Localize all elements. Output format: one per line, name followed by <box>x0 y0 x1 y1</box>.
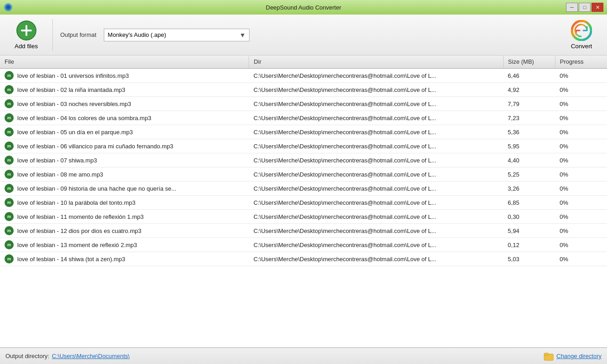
file-cell: m love of lesbian - 05 un día en el parq… <box>0 125 249 139</box>
mp3-icon: m <box>5 198 14 207</box>
table-row[interactable]: m love of lesbian - 01 universos infinit… <box>0 68 607 83</box>
file-name: love of lesbian - 06 villancico para mi … <box>17 143 173 150</box>
dir-cell: C:\Users\Merche\Desktop\merchecontreras@… <box>249 139 503 153</box>
mp3-icon: m <box>5 71 14 80</box>
progress-cell: 0% <box>555 97 607 111</box>
file-cell: m love of lesbian - 09 historia de una h… <box>0 182 249 196</box>
titlebar-controls: ─ □ ✕ <box>566 3 603 12</box>
table-row[interactable]: m love of lesbian - 12 dios por dios es … <box>0 224 607 238</box>
column-header-file: File <box>0 56 249 68</box>
column-header-size: Size (MB) <box>503 56 555 68</box>
dir-cell: C:\Users\Merche\Desktop\merchecontreras@… <box>249 83 503 97</box>
dir-cell: C:\Users\Merche\Desktop\merchecontreras@… <box>249 68 503 83</box>
output-dir-label: Output directory: <box>5 353 49 359</box>
file-name: love of lesbian - 13 moment de reflexió … <box>17 242 137 248</box>
format-section: Output format Monkey's Audio (.ape) MP3 … <box>60 29 563 41</box>
progress-cell: 0% <box>555 111 607 125</box>
size-cell: 5,36 <box>503 125 555 139</box>
table-row[interactable]: m love of lesbian - 04 los colores de un… <box>0 111 607 125</box>
mp3-icon: m <box>5 254 14 263</box>
change-dir-link[interactable]: Change directory <box>556 353 602 359</box>
file-name: love of lesbian - 01 universos infinitos… <box>17 72 129 79</box>
svg-rect-9 <box>544 353 548 355</box>
dir-cell: C:\Users\Merche\Desktop\merchecontreras@… <box>249 182 503 196</box>
file-name: love of lesbian - 07 shiwa.mp3 <box>17 157 97 164</box>
column-header-progress: Progress <box>555 56 607 68</box>
titlebar: DeepSound Audio Converter ─ □ ✕ <box>0 0 607 15</box>
progress-cell: 0% <box>555 83 607 97</box>
mp3-icon: m <box>5 156 14 165</box>
table-row[interactable]: m love of lesbian - 03 noches reversible… <box>0 97 607 111</box>
table-row[interactable]: m love of lesbian - 14 shiwa (tot a zen)… <box>0 252 607 266</box>
file-cell: m love of lesbian - 14 shiwa (tot a zen)… <box>0 252 249 266</box>
progress-cell: 0% <box>555 153 607 167</box>
svg-point-2 <box>7 6 10 9</box>
mp3-icon: m <box>5 184 14 193</box>
file-name: love of lesbian - 04 los colores de una … <box>17 115 151 121</box>
toolbar-separator <box>52 19 53 51</box>
output-format-label: Output format <box>60 31 96 38</box>
convert-label: Convert <box>571 43 592 50</box>
convert-button[interactable]: Convert <box>563 16 600 53</box>
file-name: love of lesbian - 09 historia de una hac… <box>17 185 176 192</box>
add-files-button[interactable]: Add files <box>7 16 45 53</box>
size-cell: 0,30 <box>503 210 555 224</box>
size-cell: 3,26 <box>503 182 555 196</box>
add-files-label: Add files <box>15 43 38 50</box>
size-cell: 6,46 <box>503 68 555 83</box>
file-cell: m love of lesbian - 01 universos infinit… <box>0 68 249 83</box>
mp3-icon: m <box>5 142 14 151</box>
table-row[interactable]: m love of lesbian - 08 me amo.mp3 C:\Use… <box>0 167 607 182</box>
file-name: love of lesbian - 02 la niña imantada.mp… <box>17 86 125 93</box>
progress-cell: 0% <box>555 196 607 210</box>
app-icon <box>4 3 13 12</box>
file-name: love of lesbian - 10 la parábola del ton… <box>17 199 135 206</box>
progress-cell: 0% <box>555 167 607 182</box>
size-cell: 7,79 <box>503 97 555 111</box>
add-files-icon <box>16 20 37 41</box>
output-dir-path[interactable]: C:\Users\Merche\Documents\ <box>52 353 130 359</box>
size-cell: 4,92 <box>503 83 555 97</box>
titlebar-left <box>4 3 13 12</box>
table-row[interactable]: m love of lesbian - 06 villancico para m… <box>0 139 607 153</box>
table-row[interactable]: m love of lesbian - 13 moment de reflexi… <box>0 238 607 252</box>
size-cell: 5,94 <box>503 224 555 238</box>
file-cell: m love of lesbian - 02 la niña imantada.… <box>0 83 249 97</box>
restore-button[interactable]: □ <box>579 3 591 12</box>
mp3-icon: m <box>5 113 14 122</box>
toolbar: Add files Output format Monkey's Audio (… <box>0 15 607 56</box>
table-row[interactable]: m love of lesbian - 05 un día en el parq… <box>0 125 607 139</box>
table-row[interactable]: m love of lesbian - 10 la parábola del t… <box>0 196 607 210</box>
mp3-icon: m <box>5 99 14 108</box>
format-select[interactable]: Monkey's Audio (.ape) MP3 (.mp3) FLAC (.… <box>104 29 250 41</box>
progress-cell: 0% <box>555 210 607 224</box>
minimize-button[interactable]: ─ <box>566 3 578 12</box>
size-cell: 4,40 <box>503 153 555 167</box>
file-name: love of lesbian - 05 un día en el parque… <box>17 129 133 136</box>
dir-cell: C:\Users\Merche\Desktop\merchecontreras@… <box>249 125 503 139</box>
table-row[interactable]: m love of lesbian - 11 momento de reflex… <box>0 210 607 224</box>
size-cell: 7,23 <box>503 111 555 125</box>
change-dir-section[interactable]: Change directory <box>544 351 602 361</box>
table-row[interactable]: m love of lesbian - 07 shiwa.mp3 C:\User… <box>0 153 607 167</box>
table-row[interactable]: m love of lesbian - 09 historia de una h… <box>0 182 607 196</box>
size-cell: 6,85 <box>503 196 555 210</box>
dir-cell: C:\Users\Merche\Desktop\merchecontreras@… <box>249 167 503 182</box>
file-cell: m love of lesbian - 11 momento de reflex… <box>0 210 249 224</box>
close-button[interactable]: ✕ <box>592 3 603 12</box>
progress-cell: 0% <box>555 68 607 83</box>
file-name: love of lesbian - 08 me amo.mp3 <box>17 171 103 178</box>
dir-cell: C:\Users\Merche\Desktop\merchecontreras@… <box>249 111 503 125</box>
mp3-icon: m <box>5 226 14 235</box>
table-header-row: File Dir Size (MB) Progress <box>0 56 607 68</box>
mp3-icon: m <box>5 212 14 221</box>
file-cell: m love of lesbian - 13 moment de reflexi… <box>0 238 249 252</box>
output-dir-section: Output directory: C:\Users\Merche\Docume… <box>5 353 130 359</box>
progress-cell: 0% <box>555 125 607 139</box>
file-name: love of lesbian - 14 shiwa (tot a zen).m… <box>17 256 125 263</box>
statusbar: Output directory: C:\Users\Merche\Docume… <box>0 348 607 364</box>
table-row[interactable]: m love of lesbian - 02 la niña imantada.… <box>0 83 607 97</box>
file-name: love of lesbian - 03 noches reversibles.… <box>17 101 131 107</box>
size-cell: 5,95 <box>503 139 555 153</box>
mp3-icon: m <box>5 170 14 179</box>
